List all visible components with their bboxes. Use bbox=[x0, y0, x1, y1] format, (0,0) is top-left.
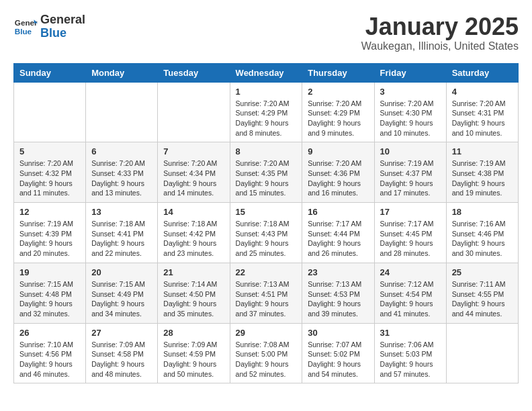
day-number: 17 bbox=[380, 207, 441, 217]
calendar-cell: 13Sunrise: 7:18 AM Sunset: 4:41 PM Dayli… bbox=[86, 203, 158, 263]
day-number: 13 bbox=[91, 207, 152, 217]
calendar-cell: 3Sunrise: 7:20 AM Sunset: 4:30 PM Daylig… bbox=[374, 82, 446, 142]
day-detail: Sunrise: 7:16 AM Sunset: 4:46 PM Dayligh… bbox=[452, 219, 513, 259]
weekday-header-row: SundayMondayTuesdayWednesdayThursdayFrid… bbox=[14, 63, 519, 82]
calendar-cell: 25Sunrise: 7:11 AM Sunset: 4:55 PM Dayli… bbox=[446, 263, 518, 323]
calendar-table: SundayMondayTuesdayWednesdayThursdayFrid… bbox=[13, 63, 519, 384]
weekday-header: Wednesday bbox=[230, 63, 302, 82]
calendar-cell: 22Sunrise: 7:13 AM Sunset: 4:51 PM Dayli… bbox=[230, 263, 302, 323]
day-detail: Sunrise: 7:20 AM Sunset: 4:32 PM Dayligh… bbox=[19, 158, 80, 198]
calendar-cell: 29Sunrise: 7:08 AM Sunset: 5:00 PM Dayli… bbox=[230, 323, 302, 383]
calendar-week-row: 19Sunrise: 7:15 AM Sunset: 4:48 PM Dayli… bbox=[14, 263, 519, 323]
calendar-cell: 12Sunrise: 7:19 AM Sunset: 4:39 PM Dayli… bbox=[14, 203, 86, 263]
day-detail: Sunrise: 7:07 AM Sunset: 5:02 PM Dayligh… bbox=[308, 340, 368, 379]
calendar-cell: 31Sunrise: 7:06 AM Sunset: 5:03 PM Dayli… bbox=[374, 323, 446, 383]
calendar-cell: 21Sunrise: 7:14 AM Sunset: 4:50 PM Dayli… bbox=[158, 263, 230, 323]
day-number: 15 bbox=[236, 207, 297, 217]
weekday-header: Friday bbox=[374, 63, 446, 82]
day-number: 11 bbox=[452, 146, 513, 156]
day-detail: Sunrise: 7:20 AM Sunset: 4:33 PM Dayligh… bbox=[91, 158, 152, 198]
calendar-cell bbox=[86, 82, 158, 142]
calendar-cell: 18Sunrise: 7:16 AM Sunset: 4:46 PM Dayli… bbox=[446, 203, 518, 263]
day-detail: Sunrise: 7:11 AM Sunset: 4:55 PM Dayligh… bbox=[452, 279, 513, 319]
location-title: Waukegan, Illinois, United States bbox=[361, 40, 519, 52]
day-number: 4 bbox=[452, 87, 513, 97]
day-detail: Sunrise: 7:19 AM Sunset: 4:38 PM Dayligh… bbox=[452, 158, 513, 198]
calendar-cell: 23Sunrise: 7:13 AM Sunset: 4:53 PM Dayli… bbox=[302, 263, 374, 323]
day-number: 12 bbox=[19, 207, 80, 217]
day-detail: Sunrise: 7:17 AM Sunset: 4:45 PM Dayligh… bbox=[380, 219, 441, 259]
weekday-header: Sunday bbox=[14, 63, 86, 82]
weekday-header: Monday bbox=[86, 63, 158, 82]
calendar-cell: 10Sunrise: 7:19 AM Sunset: 4:37 PM Dayli… bbox=[374, 142, 446, 203]
calendar-cell: 14Sunrise: 7:18 AM Sunset: 4:42 PM Dayli… bbox=[158, 203, 230, 263]
calendar-week-row: 1Sunrise: 7:20 AM Sunset: 4:29 PM Daylig… bbox=[14, 82, 519, 142]
weekday-header: Thursday bbox=[302, 63, 374, 82]
weekday-header: Saturday bbox=[446, 63, 518, 82]
day-detail: Sunrise: 7:19 AM Sunset: 4:37 PM Dayligh… bbox=[380, 158, 441, 198]
day-number: 20 bbox=[91, 267, 152, 277]
day-number: 7 bbox=[163, 146, 224, 156]
day-detail: Sunrise: 7:06 AM Sunset: 5:03 PM Dayligh… bbox=[380, 340, 441, 379]
calendar-cell: 2Sunrise: 7:20 AM Sunset: 4:29 PM Daylig… bbox=[302, 82, 374, 142]
day-number: 19 bbox=[19, 267, 80, 277]
calendar-week-row: 5Sunrise: 7:20 AM Sunset: 4:32 PM Daylig… bbox=[14, 142, 519, 203]
day-number: 27 bbox=[91, 328, 152, 338]
day-number: 26 bbox=[19, 328, 80, 338]
calendar-cell: 8Sunrise: 7:20 AM Sunset: 4:35 PM Daylig… bbox=[230, 142, 302, 203]
day-number: 25 bbox=[452, 267, 513, 277]
calendar-cell: 28Sunrise: 7:09 AM Sunset: 4:59 PM Dayli… bbox=[158, 323, 230, 383]
day-number: 18 bbox=[452, 207, 513, 217]
day-number: 21 bbox=[163, 267, 224, 277]
day-detail: Sunrise: 7:08 AM Sunset: 5:00 PM Dayligh… bbox=[236, 340, 297, 379]
calendar-cell: 16Sunrise: 7:17 AM Sunset: 4:44 PM Dayli… bbox=[302, 203, 374, 263]
day-detail: Sunrise: 7:20 AM Sunset: 4:30 PM Dayligh… bbox=[380, 99, 441, 138]
page-header: General Blue General Blue January 2025 W… bbox=[13, 13, 519, 52]
day-detail: Sunrise: 7:15 AM Sunset: 4:48 PM Dayligh… bbox=[19, 279, 80, 319]
weekday-header: Tuesday bbox=[158, 63, 230, 82]
calendar-cell bbox=[14, 82, 86, 142]
day-number: 2 bbox=[308, 87, 368, 97]
logo-icon: General Blue bbox=[13, 15, 38, 39]
calendar-cell: 24Sunrise: 7:12 AM Sunset: 4:54 PM Dayli… bbox=[374, 263, 446, 323]
calendar-cell: 7Sunrise: 7:20 AM Sunset: 4:34 PM Daylig… bbox=[158, 142, 230, 203]
day-number: 23 bbox=[308, 267, 368, 277]
calendar-cell: 26Sunrise: 7:10 AM Sunset: 4:56 PM Dayli… bbox=[14, 323, 86, 383]
day-detail: Sunrise: 7:20 AM Sunset: 4:35 PM Dayligh… bbox=[236, 158, 297, 198]
day-detail: Sunrise: 7:17 AM Sunset: 4:44 PM Dayligh… bbox=[308, 219, 368, 259]
calendar-cell: 11Sunrise: 7:19 AM Sunset: 4:38 PM Dayli… bbox=[446, 142, 518, 203]
calendar-cell: 27Sunrise: 7:09 AM Sunset: 4:58 PM Dayli… bbox=[86, 323, 158, 383]
calendar-cell bbox=[158, 82, 230, 142]
day-number: 31 bbox=[380, 328, 441, 338]
day-detail: Sunrise: 7:18 AM Sunset: 4:42 PM Dayligh… bbox=[163, 219, 224, 259]
calendar-cell: 9Sunrise: 7:20 AM Sunset: 4:36 PM Daylig… bbox=[302, 142, 374, 203]
day-detail: Sunrise: 7:10 AM Sunset: 4:56 PM Dayligh… bbox=[19, 340, 80, 379]
day-detail: Sunrise: 7:15 AM Sunset: 4:49 PM Dayligh… bbox=[91, 279, 152, 319]
day-number: 6 bbox=[91, 146, 152, 156]
calendar-week-row: 26Sunrise: 7:10 AM Sunset: 4:56 PM Dayli… bbox=[14, 323, 519, 383]
day-number: 14 bbox=[163, 207, 224, 217]
day-number: 8 bbox=[236, 146, 297, 156]
day-detail: Sunrise: 7:20 AM Sunset: 4:36 PM Dayligh… bbox=[308, 158, 368, 198]
day-detail: Sunrise: 7:20 AM Sunset: 4:29 PM Dayligh… bbox=[308, 99, 368, 138]
logo: General Blue General Blue bbox=[13, 13, 85, 40]
calendar-cell: 19Sunrise: 7:15 AM Sunset: 4:48 PM Dayli… bbox=[14, 263, 86, 323]
calendar-week-row: 12Sunrise: 7:19 AM Sunset: 4:39 PM Dayli… bbox=[14, 203, 519, 263]
day-number: 5 bbox=[19, 146, 80, 156]
day-number: 1 bbox=[236, 87, 297, 97]
day-detail: Sunrise: 7:13 AM Sunset: 4:51 PM Dayligh… bbox=[236, 279, 297, 319]
day-number: 30 bbox=[308, 328, 368, 338]
day-detail: Sunrise: 7:13 AM Sunset: 4:53 PM Dayligh… bbox=[308, 279, 368, 319]
calendar-cell: 17Sunrise: 7:17 AM Sunset: 4:45 PM Dayli… bbox=[374, 203, 446, 263]
title-block: January 2025 Waukegan, Illinois, United … bbox=[361, 13, 519, 52]
day-detail: Sunrise: 7:09 AM Sunset: 4:58 PM Dayligh… bbox=[91, 340, 152, 379]
day-detail: Sunrise: 7:14 AM Sunset: 4:50 PM Dayligh… bbox=[163, 279, 224, 319]
calendar-cell bbox=[446, 323, 518, 383]
day-number: 22 bbox=[236, 267, 297, 277]
day-number: 16 bbox=[308, 207, 368, 217]
day-detail: Sunrise: 7:20 AM Sunset: 4:34 PM Dayligh… bbox=[163, 158, 224, 198]
day-detail: Sunrise: 7:20 AM Sunset: 4:29 PM Dayligh… bbox=[236, 99, 297, 138]
calendar-cell: 1Sunrise: 7:20 AM Sunset: 4:29 PM Daylig… bbox=[230, 82, 302, 142]
day-number: 3 bbox=[380, 87, 441, 97]
calendar-cell: 20Sunrise: 7:15 AM Sunset: 4:49 PM Dayli… bbox=[86, 263, 158, 323]
